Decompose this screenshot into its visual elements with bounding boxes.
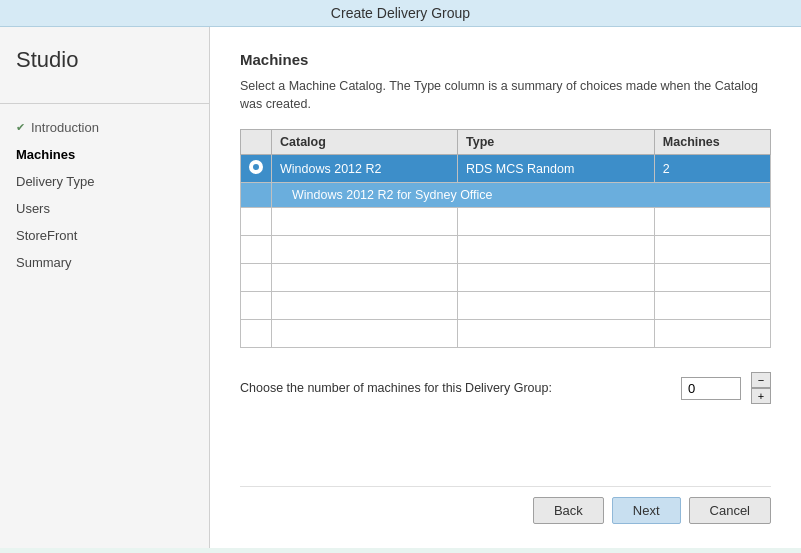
empty-row-1: [241, 208, 771, 236]
table-row-selected[interactable]: Windows 2012 R2 RDS MCS Random 2: [241, 155, 771, 183]
radio-selected-icon: [249, 160, 263, 174]
content-title: Machines: [240, 51, 771, 68]
sidebar-item-delivery-type[interactable]: Delivery Type: [0, 168, 209, 195]
main-container: Studio ✔ Introduction Machines Delivery …: [0, 27, 801, 548]
machine-count-label: Choose the number of machines for this D…: [240, 381, 671, 395]
dialog-title: Create Delivery Group: [331, 5, 470, 21]
back-button[interactable]: Back: [533, 497, 604, 524]
sidebar-divider: [0, 103, 209, 104]
col-header-radio: [241, 130, 272, 155]
sidebar-item-machines[interactable]: Machines: [0, 141, 209, 168]
col-header-machines: Machines: [654, 130, 770, 155]
sidebar: Studio ✔ Introduction Machines Delivery …: [0, 27, 210, 548]
catalog-machines: 2: [654, 155, 770, 183]
sidebar-brand: Studio: [0, 47, 209, 93]
empty-row-2: [241, 236, 771, 264]
catalog-name: Windows 2012 R2: [272, 155, 458, 183]
catalog-table: Catalog Type Machines Windows 2012 R2 RD…: [240, 129, 771, 348]
radio-cell: [241, 155, 272, 183]
footer-buttons: Back Next Cancel: [240, 486, 771, 524]
catalog-subname: Windows 2012 R2 for Sydney Office: [272, 183, 771, 208]
next-button[interactable]: Next: [612, 497, 681, 524]
empty-row-5: [241, 320, 771, 348]
decrement-button[interactable]: −: [751, 372, 771, 388]
increment-button[interactable]: +: [751, 388, 771, 404]
check-icon-introduction: ✔: [16, 121, 25, 134]
spacer: [240, 424, 771, 486]
machine-count-input[interactable]: [681, 377, 741, 400]
content-description: Select a Machine Catalog. The Type colum…: [240, 78, 771, 113]
empty-row-3: [241, 264, 771, 292]
sidebar-item-introduction[interactable]: ✔ Introduction: [0, 114, 209, 141]
table-sub-row[interactable]: Windows 2012 R2 for Sydney Office: [241, 183, 771, 208]
sidebar-item-storefront[interactable]: StoreFront: [0, 222, 209, 249]
stepper-buttons: − +: [751, 372, 771, 404]
col-header-catalog: Catalog: [272, 130, 458, 155]
title-bar: Create Delivery Group: [0, 0, 801, 27]
sidebar-item-users[interactable]: Users: [0, 195, 209, 222]
content-area: Machines Select a Machine Catalog. The T…: [210, 27, 801, 548]
col-header-type: Type: [457, 130, 654, 155]
empty-row-4: [241, 292, 771, 320]
machine-count-row: Choose the number of machines for this D…: [240, 372, 771, 404]
catalog-type: RDS MCS Random: [457, 155, 654, 183]
sidebar-item-summary[interactable]: Summary: [0, 249, 209, 276]
cancel-button[interactable]: Cancel: [689, 497, 771, 524]
